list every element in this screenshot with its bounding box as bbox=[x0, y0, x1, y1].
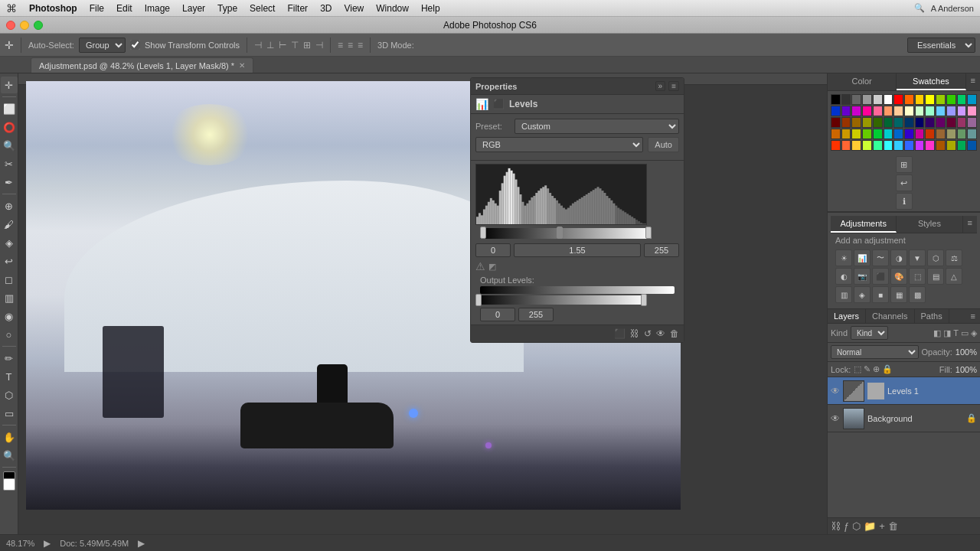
swatch[interactable] bbox=[873, 94, 883, 105]
swatch[interactable] bbox=[873, 129, 883, 139]
color-panel-menu-icon[interactable]: ≡ bbox=[966, 73, 980, 90]
levels-adj-icon[interactable]: 📊 bbox=[854, 249, 871, 266]
white-input[interactable] bbox=[644, 243, 679, 257]
swatch[interactable] bbox=[873, 117, 883, 128]
path-tool-button[interactable]: ⬡ bbox=[1, 386, 18, 403]
lock-artboard-icon[interactable]: ⊕ bbox=[873, 364, 880, 374]
tab-styles[interactable]: Styles bbox=[897, 216, 962, 233]
lasso-tool-button[interactable]: ⭕ bbox=[1, 119, 18, 135]
workspace-dropdown[interactable]: Essentials bbox=[907, 37, 975, 53]
exposure-adj-icon[interactable]: ◑ bbox=[890, 249, 907, 266]
align-bottom-icon[interactable]: ⊣ bbox=[315, 40, 323, 51]
posterize-adj-icon[interactable]: ▤ bbox=[927, 268, 944, 285]
midpoint-slider[interactable] bbox=[557, 227, 563, 239]
swatch[interactable] bbox=[873, 140, 883, 151]
add-style-icon[interactable]: ƒ bbox=[844, 520, 849, 532]
link-icon[interactable]: ⛓ bbox=[630, 328, 639, 339]
tab-layers[interactable]: Layers bbox=[828, 309, 866, 323]
menu-layer[interactable]: Layer bbox=[182, 3, 205, 14]
colorlookup-adj-icon[interactable]: 🎨 bbox=[890, 268, 907, 285]
menu-view[interactable]: View bbox=[344, 3, 364, 14]
swatch[interactable] bbox=[831, 117, 841, 128]
layer-row-background[interactable]: 👁 Background 🔒 bbox=[828, 405, 980, 432]
swatch[interactable] bbox=[967, 129, 977, 139]
swatch[interactable] bbox=[893, 94, 903, 105]
swatch[interactable] bbox=[831, 94, 841, 105]
history-tool-button[interactable]: ↩ bbox=[1, 253, 18, 269]
quick-select-tool-button[interactable]: 🔍 bbox=[1, 137, 18, 154]
swatch[interactable] bbox=[904, 140, 914, 151]
search-icon[interactable]: 🔍 bbox=[914, 3, 925, 13]
align-right-icon[interactable]: ⊢ bbox=[279, 40, 286, 51]
swatch[interactable] bbox=[915, 117, 925, 128]
align-left-icon[interactable]: ⊣ bbox=[254, 40, 262, 51]
layers-menu-icon[interactable]: ≡ bbox=[966, 309, 980, 323]
align-center-v-icon[interactable]: ⊞ bbox=[303, 40, 311, 51]
swatch[interactable] bbox=[884, 117, 893, 128]
link-layers-icon[interactable]: ⛓ bbox=[831, 520, 841, 532]
gamma-input[interactable] bbox=[514, 243, 641, 257]
properties-expand-icon[interactable]: » bbox=[655, 81, 666, 91]
selectcolor-adj-icon[interactable]: ◈ bbox=[854, 286, 871, 303]
auto-select-dropdown[interactable]: Group Layer bbox=[79, 37, 126, 53]
swatch[interactable] bbox=[967, 117, 977, 128]
menu-edit[interactable]: Edit bbox=[116, 3, 132, 14]
swatch[interactable] bbox=[957, 129, 967, 139]
swatch[interactable] bbox=[946, 140, 956, 151]
swatch[interactable] bbox=[946, 94, 956, 105]
swatch[interactable] bbox=[957, 94, 967, 105]
hsl-adj-icon[interactable]: ⬡ bbox=[927, 249, 944, 266]
swatch[interactable] bbox=[915, 106, 925, 116]
menu-help[interactable]: Help bbox=[421, 3, 440, 14]
menu-window[interactable]: Window bbox=[376, 3, 409, 14]
swatch[interactable] bbox=[862, 106, 872, 116]
swatch[interactable] bbox=[925, 106, 935, 116]
filter-kind-dropdown[interactable]: Kind bbox=[851, 326, 888, 340]
add-mask-icon[interactable]: ⬡ bbox=[852, 520, 861, 532]
swatch[interactable] bbox=[884, 129, 893, 139]
swatch[interactable] bbox=[936, 129, 946, 139]
clone-tool-button[interactable]: ◈ bbox=[1, 234, 18, 251]
layer-row-levels[interactable]: 👁 Levels 1 bbox=[828, 377, 980, 405]
distribute-left-icon[interactable]: ≡ bbox=[338, 40, 343, 51]
swatch[interactable] bbox=[851, 106, 861, 116]
swatch[interactable] bbox=[841, 106, 851, 116]
gradient-adj-icon[interactable]: ▦ bbox=[890, 286, 907, 303]
menu-type[interactable]: Type bbox=[217, 3, 237, 14]
menu-file[interactable]: File bbox=[90, 3, 104, 14]
adjustments-menu-icon[interactable]: ≡ bbox=[963, 216, 977, 233]
eyedropper-tool-button[interactable]: ✒ bbox=[1, 174, 18, 191]
swatch[interactable] bbox=[915, 140, 925, 151]
output-white-slider[interactable] bbox=[641, 294, 647, 306]
swatch[interactable] bbox=[915, 94, 925, 105]
swatch[interactable] bbox=[946, 117, 956, 128]
tab-swatches[interactable]: Swatches bbox=[897, 73, 965, 90]
swatch[interactable] bbox=[851, 129, 861, 139]
align-top-icon[interactable]: ⊤ bbox=[291, 40, 299, 51]
swatch[interactable] bbox=[936, 106, 946, 116]
delete-layer-icon[interactable]: 🗑 bbox=[888, 520, 898, 532]
swatch[interactable] bbox=[904, 117, 914, 128]
zoom-tool-button[interactable]: 🔍 bbox=[1, 447, 18, 464]
swatch[interactable] bbox=[862, 140, 872, 151]
swatch[interactable] bbox=[893, 140, 903, 151]
reset-icon[interactable]: ↺ bbox=[644, 328, 652, 339]
eraser-tool-button[interactable]: ◻ bbox=[1, 271, 18, 288]
swatch[interactable] bbox=[925, 117, 935, 128]
auto-button[interactable]: Auto bbox=[648, 137, 679, 152]
swatch[interactable] bbox=[862, 117, 872, 128]
swatch[interactable] bbox=[851, 140, 861, 151]
shape-tool-button[interactable]: ▭ bbox=[1, 405, 18, 422]
black-input[interactable] bbox=[475, 243, 511, 257]
swatch[interactable] bbox=[831, 140, 841, 151]
channel-dropdown[interactable]: RGB Red Green Blue bbox=[475, 137, 643, 152]
align-center-h-icon[interactable]: ⊥ bbox=[266, 40, 274, 51]
swatch[interactable] bbox=[831, 129, 841, 139]
info-view-icon[interactable]: ℹ bbox=[896, 193, 913, 210]
swatch[interactable] bbox=[893, 117, 903, 128]
gradmap-adj-icon[interactable]: ▥ bbox=[835, 286, 852, 303]
swatch[interactable] bbox=[884, 140, 893, 151]
output-black-slider[interactable] bbox=[475, 294, 482, 306]
swatch[interactable] bbox=[967, 140, 977, 151]
delete-icon[interactable]: 🗑 bbox=[670, 328, 679, 339]
